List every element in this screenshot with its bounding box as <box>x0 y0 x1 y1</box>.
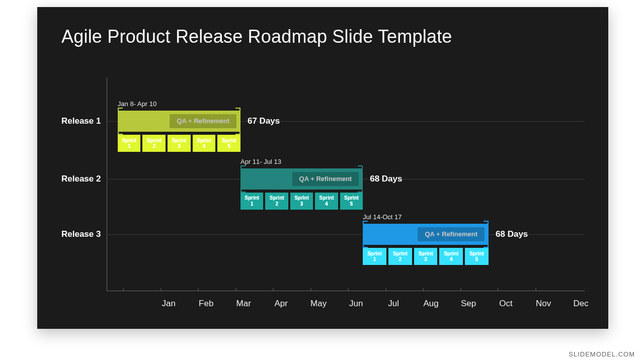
sprint-box: Sprint1 <box>118 135 141 152</box>
tick-mark <box>348 288 349 291</box>
tick-mark <box>310 288 311 291</box>
tick-mark <box>423 288 424 291</box>
attribution-text: SLIDEMODEL.COM <box>569 350 635 358</box>
bracket-right-icon <box>487 221 489 248</box>
sprint-box: Sprint1 <box>240 193 263 210</box>
roadmap-chart: JanFebMarAprMayJunJulAugSepOctNovDec Rel… <box>61 77 585 309</box>
sprint-box: Sprint3 <box>414 248 438 265</box>
duration-label: 68 Days <box>496 229 528 239</box>
month-label: Jul <box>388 299 399 309</box>
y-axis <box>107 77 107 291</box>
bracket-left-icon <box>240 165 243 193</box>
month-label: Dec <box>573 299 588 309</box>
sprint-box: Sprint5 <box>340 193 363 210</box>
tick-mark <box>160 288 161 291</box>
qa-refinement-pill: QA + Refinement <box>418 227 485 241</box>
tick-mark <box>198 288 199 291</box>
month-label: Oct <box>499 299 512 309</box>
sprint-box: Sprint2 <box>142 135 166 152</box>
date-range-label: Jan 8- Apr 10 <box>118 100 240 108</box>
date-range-label: Apr 11- Jul 13 <box>240 158 363 165</box>
release-bar-body: QA + Refinement67 Days <box>118 111 240 132</box>
month-label: Jun <box>349 299 363 309</box>
bracket-right-icon <box>361 165 363 193</box>
tick-mark <box>535 288 536 291</box>
qa-refinement-pill: QA + Refinement <box>170 114 236 128</box>
sprint-row: Sprint1Sprint2Sprint3Sprint4Sprint5 <box>240 193 363 210</box>
sprint-box: Sprint2 <box>388 248 412 265</box>
sprint-box: Sprint5 <box>217 135 240 152</box>
sprint-box: Sprint3 <box>290 193 313 210</box>
date-range-label: Jul 14-Oct 17 <box>363 213 489 221</box>
slide-canvas: Agile Product Release Roadmap Slide Temp… <box>37 7 608 329</box>
sprint-box: Sprint4 <box>193 135 216 152</box>
tick-mark <box>385 288 386 291</box>
month-label: Nov <box>536 299 551 309</box>
month-label: May <box>310 299 327 309</box>
release-bar-body: QA + Refinement68 Days <box>240 168 363 190</box>
month-label: Feb <box>199 299 213 309</box>
sprint-row: Sprint1Sprint2Sprint3Sprint4Sprint5 <box>363 248 489 265</box>
sprint-box: Sprint4 <box>439 248 463 265</box>
duration-label: 67 Days <box>248 116 280 126</box>
tick-mark <box>235 288 236 291</box>
tick-mark <box>498 288 499 291</box>
month-label: Jan <box>162 299 176 309</box>
month-label: Apr <box>274 299 287 309</box>
slide-title: Agile Product Release Roadmap Slide Temp… <box>61 26 452 47</box>
sprint-box: Sprint4 <box>315 193 338 210</box>
release-label: Release 3 <box>61 229 101 239</box>
release-label: Release 2 <box>61 174 101 184</box>
month-label: Mar <box>236 299 251 309</box>
bracket-left-icon <box>118 108 120 135</box>
release-bar: Jan 8- Apr 10QA + Refinement67 DaysSprin… <box>118 100 240 152</box>
sprint-box: Sprint2 <box>265 193 288 210</box>
sprint-box: Sprint5 <box>465 248 489 265</box>
sprint-row: Sprint1Sprint2Sprint3Sprint4Sprint5 <box>118 135 240 152</box>
tick-mark <box>460 288 461 291</box>
tick-mark <box>123 288 124 291</box>
sprint-box: Sprint3 <box>168 135 191 152</box>
release-bar: Jul 14-Oct 17QA + Refinement68 DaysSprin… <box>363 213 489 265</box>
bracket-left-icon <box>363 221 365 248</box>
month-label: Sep <box>461 299 476 309</box>
duration-label: 68 Days <box>370 174 402 184</box>
bracket-right-icon <box>238 108 240 135</box>
month-ticks: JanFebMarAprMayJunJulAugSepOctNovDec <box>107 291 585 309</box>
tick-mark <box>273 288 274 291</box>
release-bar-body: QA + Refinement68 Days <box>363 224 489 245</box>
qa-refinement-pill: QA + Refinement <box>292 172 359 186</box>
release-label: Release 1 <box>61 116 101 126</box>
month-label: Aug <box>423 299 438 309</box>
release-bar: Apr 11- Jul 13QA + Refinement68 DaysSpri… <box>240 158 363 210</box>
sprint-box: Sprint1 <box>363 248 386 265</box>
